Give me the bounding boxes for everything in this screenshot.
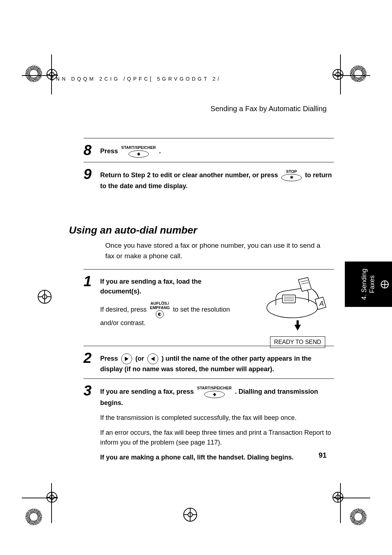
crosshair-icon <box>46 492 57 503</box>
fax-illustration: A READY TO SEND <box>261 273 334 348</box>
registration-target-icon <box>350 65 367 82</box>
step-text: Press <box>100 147 120 155</box>
page-number: 91 <box>319 451 327 459</box>
round-button-icon: ◐ <box>156 310 164 318</box>
start-speicher-button-icon: START/SPEICHER ◈ <box>197 386 232 398</box>
registration-target-icon <box>25 65 42 82</box>
crosshair-icon <box>38 290 52 304</box>
crosshair-white-icon <box>380 280 389 289</box>
step-9: 9 Return to Step 2 to edit or clear anot… <box>83 162 334 196</box>
stop-button-icon: STOP ✻ <box>281 170 302 182</box>
step-a3: 3 If you are sending a fax, press START/… <box>83 379 334 467</box>
arrow-left-button-icon <box>147 353 158 364</box>
step-a1: 1 If you are sending a fax, load the doc… <box>83 270 334 346</box>
step-text: (or <box>135 355 146 362</box>
fax-machine-icon: A <box>265 273 330 320</box>
step-number: 9 <box>83 167 94 181</box>
step-plain-text: If an error occurs, the fax will beep th… <box>100 428 334 447</box>
button-label: START/SPEICHER <box>121 146 156 150</box>
section-header: Sending a Fax by Automatic Dialling <box>87 105 327 113</box>
step-number: 3 <box>83 383 94 398</box>
step-bold-text: If you are sending a fax, load the docum… <box>100 278 201 295</box>
oval-button-icon: ◈ <box>204 391 225 398</box>
step-plain-text: If the transmission is completed success… <box>100 413 334 423</box>
intro-paragraph: Once you have stored a fax or phone numb… <box>105 240 327 261</box>
lcd-display: READY TO SEND <box>270 336 325 348</box>
step-number: 8 <box>83 143 94 157</box>
down-arrow-icon <box>294 325 301 331</box>
start-speicher-button-icon: START/SPEICHER ◈ <box>121 146 156 158</box>
step-number: 1 <box>83 274 94 288</box>
step-number: 2 <box>83 351 94 365</box>
auflos-empfang-button-icon: AUFLÖS./ EMPFANG ◐ <box>150 301 170 318</box>
step-bold-text: If you are sending a fax, press <box>100 388 196 395</box>
button-label-top: AUFLÖS./ <box>151 301 169 306</box>
step-a2: 2 Press (or ) until the name of the othe… <box>83 346 334 378</box>
crosshair-icon <box>332 492 343 503</box>
header-code-text: CNN DQQM 2CIG /QPFC[ 5GRVGODGT 2/ <box>50 76 221 82</box>
oval-button-icon: ◈ <box>128 150 149 158</box>
chapter-tab: 4. SendingFaxes <box>345 262 392 307</box>
step-text: Press <box>100 355 120 362</box>
step-8: 8 Press START/SPEICHER ◈ . <box>83 138 334 162</box>
subsection-heading: Using an auto-dial number <box>69 224 334 236</box>
crosshair-icon <box>183 508 197 522</box>
arrow-right-button-icon <box>121 353 132 364</box>
chapter-tab-label: 4. SendingFaxes <box>360 268 376 300</box>
oval-button-icon: ✻ <box>281 174 302 181</box>
step-bold-text: If you are making a phone call, lift the… <box>100 454 294 461</box>
registration-target-icon <box>350 509 367 525</box>
crosshair-icon <box>332 69 343 80</box>
step-text: Return to Step 2 to edit or clear anothe… <box>100 171 280 179</box>
svg-text:A: A <box>319 300 324 307</box>
button-label-bot: EMPFANG <box>150 306 170 310</box>
step-text: If desired, press <box>100 306 148 313</box>
button-label: START/SPEICHER <box>197 386 232 390</box>
button-label: STOP <box>286 170 297 174</box>
step-text: . <box>159 147 161 155</box>
registration-target-icon <box>25 509 42 525</box>
